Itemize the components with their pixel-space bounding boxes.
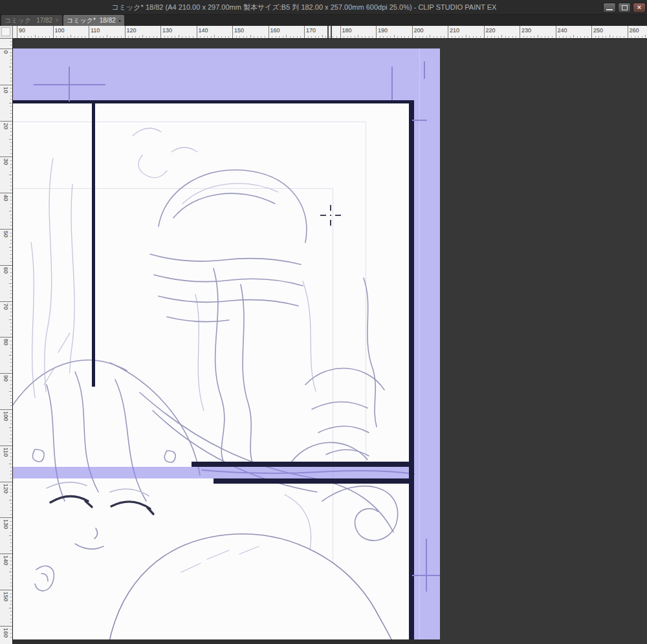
restore-icon bbox=[622, 5, 628, 10]
trim-mark bbox=[391, 67, 393, 100]
ruler-corner-box bbox=[0, 26, 13, 39]
tab-modified-icon: ● bbox=[118, 18, 121, 23]
tab-close-icon[interactable]: × bbox=[55, 17, 59, 24]
tab-label: コミック* bbox=[67, 16, 96, 25]
mask-panel-gap-band bbox=[13, 467, 409, 478]
panel-right-border bbox=[409, 100, 414, 644]
tab-comic-18[interactable]: コミック* 18/82 ● bbox=[63, 15, 124, 26]
crosshair-cursor bbox=[318, 202, 344, 228]
panel1-top-border bbox=[13, 100, 414, 103]
mask-right-band bbox=[414, 100, 440, 644]
tab-label: コミック bbox=[5, 16, 31, 25]
panel1-divider-border bbox=[92, 103, 95, 387]
sketch-artwork bbox=[13, 48, 440, 644]
trim-mark bbox=[426, 539, 427, 592]
window-title: コミック* 18/82 (A4 210.00 x 297.00mm 製本サイズ:… bbox=[0, 0, 608, 14]
close-button[interactable]: × bbox=[633, 3, 646, 13]
minimize-button[interactable] bbox=[603, 3, 616, 13]
minimize-icon bbox=[606, 9, 613, 10]
canvas-area[interactable] bbox=[13, 39, 647, 644]
mask-top-band bbox=[13, 48, 440, 100]
trim-mark bbox=[69, 67, 70, 102]
tab-page-count: 18/82 bbox=[100, 17, 116, 24]
panel2-top-border bbox=[214, 478, 409, 484]
close-icon: × bbox=[633, 3, 645, 12]
tab-comic-17[interactable]: コミック 17/82 × bbox=[1, 15, 62, 26]
tab-page-count: 17/82 bbox=[36, 17, 52, 24]
vertical-ruler[interactable]: 0102030405060708090100110120130140150160 bbox=[0, 39, 13, 644]
restore-button[interactable] bbox=[618, 3, 631, 13]
trim-mark bbox=[424, 61, 425, 79]
trim-mark bbox=[412, 575, 440, 576]
window-bottom-edge bbox=[13, 639, 440, 644]
panel1-bottom-border bbox=[192, 462, 409, 467]
horizontal-ruler[interactable]: 9010011012013014015016017018019020021022… bbox=[13, 26, 647, 39]
trim-mark bbox=[412, 120, 427, 121]
window-controls: × bbox=[603, 3, 646, 13]
title-bar[interactable]: コミック* 18/82 (A4 210.00 x 297.00mm 製本サイズ:… bbox=[0, 0, 647, 15]
document-tab-strip: コミック 17/82 × コミック* 18/82 ● bbox=[0, 15, 647, 26]
bleed-guide-line bbox=[419, 48, 420, 644]
